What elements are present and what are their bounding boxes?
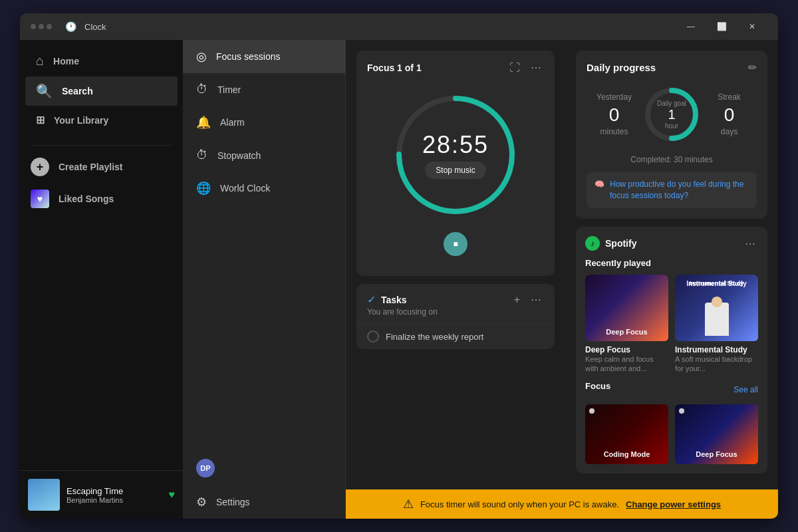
focus-panel: Focus 1 of 1 ⛶ ⋯	[346, 40, 565, 489]
fullscreen-button[interactable]: ⛶	[507, 60, 523, 75]
deep-focus-thumb-label: Deep Focus	[591, 328, 663, 336]
heart-button[interactable]: ♥	[169, 489, 176, 501]
nav-timer[interactable]: ⏱ Timer	[183, 73, 345, 106]
music-card-instrumental[interactable]: Instrumental Study Instrumental Study	[675, 275, 758, 374]
tasks-icon: ✓	[367, 293, 376, 306]
streak-unit: days	[702, 127, 757, 136]
progress-stats: Yesterday 0 minutes Daily goal	[587, 84, 757, 144]
close-button[interactable]: ✕	[737, 16, 767, 37]
task-text: Finalize the weekly report	[386, 332, 483, 342]
streak-value: 0	[702, 104, 757, 126]
stop-button[interactable]: ■	[444, 232, 467, 256]
titlebar-dots	[31, 24, 52, 29]
maximize-button[interactable]: ⬜	[706, 16, 737, 37]
settings-label: Settings	[216, 497, 250, 507]
timer-display: 28:55 Stop music	[422, 131, 489, 179]
alarm-icon: 🔔	[196, 115, 211, 130]
change-power-settings-link[interactable]: Change power settings	[626, 499, 721, 509]
titlebar-title: Clock	[84, 22, 106, 32]
focus-thumb-coding[interactable]: Coding Mode	[585, 404, 668, 464]
home-icon: ⌂	[36, 53, 44, 68]
task-item: Finalize the weekly report	[356, 323, 555, 349]
timer-icon: ⏱	[196, 82, 208, 96]
deep-focus-thumb: Deep Focus	[585, 275, 668, 341]
focus-section-label: Focus	[585, 381, 610, 391]
stat-yesterday: Yesterday 0 minutes	[587, 92, 642, 136]
stop-music-button[interactable]: Stop music	[425, 162, 485, 179]
timer-ring-container: 28:55 Stop music	[389, 88, 522, 221]
clock-sidebar: ◎ Focus sessions ⏱ Timer 🔔 Alarm ⏱ Stopw…	[183, 40, 346, 519]
timer-card-header: Focus 1 of 1 ⛶ ⋯	[356, 51, 555, 75]
goal-label: Daily goal	[657, 100, 686, 107]
spotify-sidebar: ⌂ Home 🔍 Search ⊞ Your Library + Create …	[20, 40, 183, 519]
instrumental-overlay-label: Instrumental Study	[680, 280, 753, 287]
clock-nav: ◎ Focus sessions ⏱ Timer 🔔 Alarm ⏱ Stopw…	[183, 40, 345, 205]
see-all-button[interactable]: See all	[733, 385, 758, 394]
now-playing-info: Escaping Time Benjamin Martins	[66, 486, 162, 504]
coding-label: Coding Mode	[591, 450, 663, 459]
timer-card: Focus 1 of 1 ⛶ ⋯	[356, 51, 555, 276]
stat-streak: Streak 0 days	[702, 92, 757, 136]
stop-icon: ■	[453, 239, 458, 249]
settings-item[interactable]: ⚙ Settings	[183, 485, 345, 519]
sidebar-item-search[interactable]: 🔍 Search	[25, 76, 178, 106]
app-window: 🕐 Clock — ⬜ ✕ ⌂ Home 🔍 Search ⊞ Y	[20, 13, 778, 519]
minimize-button[interactable]: —	[676, 16, 706, 37]
progress-header: Daily progress ✏	[587, 61, 757, 74]
more-options-button[interactable]: ⋯	[528, 60, 544, 75]
create-playlist-item[interactable]: + Create Playlist	[20, 151, 183, 183]
instrumental-bg: Instrumental Study Instrumental Study	[675, 275, 758, 341]
content-area: Focus 1 of 1 ⛶ ⋯	[346, 40, 778, 489]
edit-icon[interactable]: ✏	[748, 61, 757, 74]
tasks-left: ✓ Tasks	[367, 293, 407, 306]
user-avatar[interactable]: DP	[196, 459, 215, 477]
focusing-on-label: You are focusing on	[356, 307, 555, 323]
coding-bg: Coding Mode	[585, 404, 668, 464]
sidebar-divider	[31, 145, 172, 146]
liked-songs-item[interactable]: ♥ Liked Songs	[20, 183, 183, 215]
yesterday-unit: minutes	[587, 127, 642, 136]
dot-1	[31, 24, 36, 29]
streak-label: Streak	[702, 92, 757, 102]
tasks-card-header: ✓ Tasks + ⋯	[356, 284, 555, 307]
goal-unit: hour	[657, 122, 686, 130]
progress-title: Daily progress	[587, 62, 656, 73]
app-body: ⌂ Home 🔍 Search ⊞ Your Library + Create …	[20, 40, 778, 519]
instrumental-title: Instrumental Study	[675, 345, 758, 354]
task-checkbox[interactable]	[367, 331, 379, 342]
music-card-deep-focus[interactable]: Deep Focus Deep Focus Keep calm and focu…	[585, 275, 668, 374]
nav-alarm[interactable]: 🔔 Alarm	[183, 106, 345, 139]
deep-focus-bg: Deep Focus	[585, 275, 668, 341]
deep-focus-title: Deep Focus	[585, 345, 668, 354]
add-task-button[interactable]: +	[511, 292, 523, 307]
sidebar-item-library[interactable]: ⊞ Your Library	[25, 107, 178, 133]
now-playing-thumbnail	[28, 479, 60, 511]
timer-section: 28:55 Stop music ■	[356, 75, 555, 276]
brain-icon: 🧠	[595, 179, 604, 190]
instrumental-thumb: Instrumental Study Instrumental Study	[675, 275, 758, 341]
productive-question[interactable]: 🧠 How productive do you feel during the …	[587, 172, 757, 208]
library-icon: ⊞	[36, 114, 45, 126]
nav-worldclock[interactable]: 🌐 World Clock	[183, 172, 345, 205]
tasks-card: ✓ Tasks + ⋯ You are focusing on Finalize	[356, 284, 555, 349]
nav-focus-sessions[interactable]: ◎ Focus sessions	[183, 40, 345, 73]
tasks-more-button[interactable]: ⋯	[528, 292, 544, 307]
now-playing[interactable]: Escaping Time Benjamin Martins ♥	[28, 479, 175, 511]
focus-thumb-deep-focus[interactable]: Deep Focus	[675, 404, 758, 464]
sidebar-item-label-search: Search	[62, 86, 93, 96]
spotify-nav: ⌂ Home 🔍 Search ⊞ Your Library	[20, 40, 183, 140]
spotify-brand: ♪ Spotify	[585, 236, 636, 251]
nav-stopwatch[interactable]: ⏱ Stopwatch	[183, 139, 345, 172]
bottom-banner: ⚠ Focus timer will sound only when your …	[346, 489, 778, 519]
now-playing-bar: Escaping Time Benjamin Martins ♥	[20, 470, 183, 519]
spotify-more-button[interactable]: ⋯	[742, 236, 758, 251]
titlebar-controls: — ⬜ ✕	[676, 16, 767, 37]
yesterday-label: Yesterday	[587, 92, 642, 102]
sidebar-item-home[interactable]: ⌂ Home	[25, 47, 178, 75]
timer-card-actions: ⛶ ⋯	[507, 60, 544, 75]
create-playlist-label: Create Playlist	[59, 162, 123, 172]
progress-card: Daily progress ✏ Yesterday 0 minutes	[576, 51, 767, 219]
clock-nav-bottom: DP ⚙ Settings	[183, 451, 345, 519]
main-content: Focus 1 of 1 ⛶ ⋯	[346, 40, 778, 519]
banner-text: Focus timer will sound only when your PC…	[420, 499, 619, 509]
